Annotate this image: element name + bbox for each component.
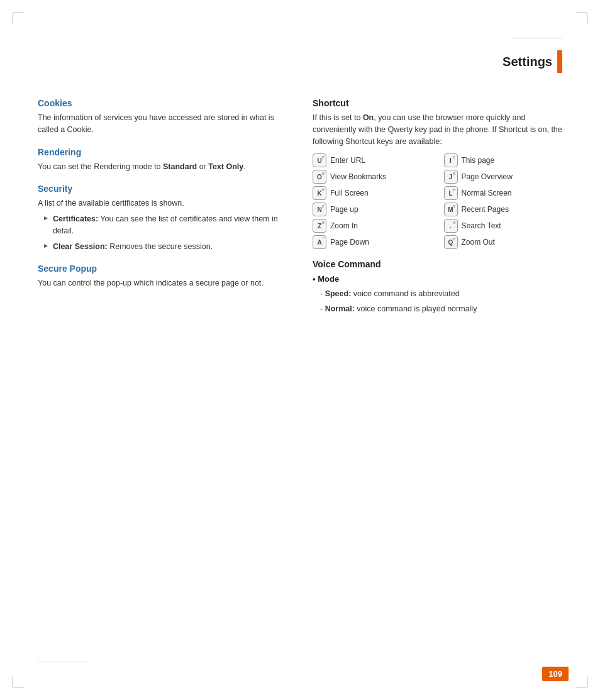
shortcut-enter-url-label: Enter URL xyxy=(330,156,365,165)
secure-popup-heading: Secure Popup xyxy=(38,264,287,274)
decorative-line-top xyxy=(512,38,562,38)
rendering-text-before: You can set the Rendering mode to xyxy=(38,162,163,171)
page-header: Settings xyxy=(0,0,600,86)
right-column: Shortcut If this is set to On, you can u… xyxy=(313,98,562,318)
shortcut-full-screen: K e Full Screen xyxy=(313,186,431,200)
shortcut-page-overview-label: Page Overview xyxy=(462,172,513,181)
cookies-text: The information of services you have acc… xyxy=(38,112,287,136)
shortcut-page-down-label: Page Down xyxy=(330,238,369,247)
shortcut-zoom-in: Z e Zoom In xyxy=(313,219,431,233)
corner-mark-bl xyxy=(13,676,24,687)
bullet-arrow-certificates: ► xyxy=(43,214,49,221)
key-u: U e xyxy=(313,153,326,167)
corner-mark-tl xyxy=(13,13,24,24)
header-accent-bar xyxy=(557,50,562,73)
key-n: N e xyxy=(313,203,326,216)
key-z: Z e xyxy=(313,219,326,233)
shortcut-page-overview: J e Page Overview xyxy=(444,170,563,184)
shortcut-recent-pages: M e Recent Pages xyxy=(444,203,563,216)
main-content: Cookies The information of services you … xyxy=(0,86,600,343)
decorative-line-bottom xyxy=(38,662,88,662)
bullet-clear-session: ► Clear Session: Removes the secure sess… xyxy=(38,241,287,253)
shortcut-zoom-in-label: Zoom In xyxy=(330,221,358,230)
corner-mark-tr xyxy=(576,13,587,24)
rendering-text: You can set the Rendering mode to Standa… xyxy=(38,161,287,173)
security-heading: Security xyxy=(38,184,287,194)
shortcut-this-page-label: This page xyxy=(462,156,495,165)
shortcut-normal-screen-label: Normal Screen xyxy=(462,189,512,197)
shortcut-normal-screen: L e Normal Screen xyxy=(444,186,563,200)
corner-mark-br xyxy=(576,676,587,687)
rendering-text-middle: or xyxy=(197,162,208,171)
key-j: J e xyxy=(444,170,458,184)
normal-sub: - Normal: voice command is played normal… xyxy=(313,303,562,315)
rendering-bold2: Text Only xyxy=(208,162,243,171)
key-a: A * xyxy=(313,235,326,249)
shortcut-page-up: N e Page up xyxy=(313,203,431,216)
key-k: K e xyxy=(313,186,326,200)
shortcut-enter-url: U e Enter URL xyxy=(313,153,431,167)
rendering-heading: Rendering xyxy=(38,147,287,157)
bullet-certificates: ► Certificates: You can see the list of … xyxy=(38,213,287,237)
shortcut-view-bookmarks-label: View Bookmarks xyxy=(330,172,386,181)
shortcut-page-up-label: Page up xyxy=(330,205,358,214)
page-title: Settings xyxy=(503,55,552,69)
shortcut-full-screen-label: Full Screen xyxy=(330,189,369,197)
security-intro: A list of the available certificates is … xyxy=(38,197,287,209)
key-m: M e xyxy=(444,203,458,216)
shortcut-search-text: . e Search Text xyxy=(444,219,563,233)
key-q: Q e xyxy=(444,235,458,249)
shortcut-view-bookmarks: O e View Bookmarks xyxy=(313,170,431,184)
rendering-text-after: . xyxy=(243,162,245,171)
rendering-bold1: Standard xyxy=(163,162,197,171)
key-dot: . e xyxy=(444,219,458,233)
voice-command-section: Voice Command Mode - Speed: voice comman… xyxy=(313,259,562,315)
shortcut-search-text-label: Search Text xyxy=(462,221,501,230)
speed-sub: - Speed: voice command is abbreviated xyxy=(313,287,562,300)
bullet-text-clear-session: Clear Session: Removes the secure sessio… xyxy=(53,241,213,253)
shortcut-heading: Shortcut xyxy=(313,98,562,108)
bullet-text-certificates: Certificates: You can see the list of ce… xyxy=(53,213,287,237)
left-column: Cookies The information of services you … xyxy=(38,98,287,318)
page-container: Settings Cookies The information of serv… xyxy=(0,0,600,700)
shortcut-this-page: I e This page xyxy=(444,153,563,167)
cookies-heading: Cookies xyxy=(38,98,287,108)
key-i: I e xyxy=(444,153,458,167)
shortcut-page-down: A * Page Down xyxy=(313,235,431,249)
key-l: L e xyxy=(444,186,458,200)
shortcut-zoom-out: Q e Zoom Out xyxy=(444,235,563,249)
secure-popup-text: You can control the pop-up which indicat… xyxy=(38,277,287,289)
voice-command-heading: Voice Command xyxy=(313,259,562,269)
mode-label: Mode xyxy=(313,274,562,284)
bullet-arrow-clear-session: ► xyxy=(43,242,49,249)
shortcut-zoom-out-label: Zoom Out xyxy=(462,238,495,247)
shortcut-recent-pages-label: Recent Pages xyxy=(462,205,509,214)
key-o: O e xyxy=(313,170,326,184)
page-number: 109 xyxy=(542,667,569,681)
shortcut-intro: If this is set to On, you can use the br… xyxy=(313,112,562,147)
shortcut-key-grid: U e Enter URL I e This page O e xyxy=(313,153,562,249)
